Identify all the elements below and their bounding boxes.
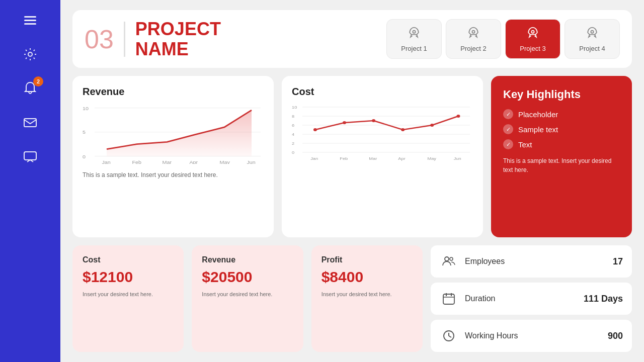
mail-icon[interactable]: [22, 115, 38, 131]
svg-text:10: 10: [83, 106, 89, 111]
tab-project-2[interactable]: Project 2: [446, 19, 501, 59]
svg-text:Mar: Mar: [369, 156, 377, 161]
rocket-icon-2: [466, 26, 480, 42]
highlights-card: Key Highlights ✓ Placeholder ✓ Sample te…: [491, 76, 632, 237]
svg-text:Apr: Apr: [398, 156, 406, 161]
highlights-description: This is a sample text. Insert your desir…: [503, 156, 620, 174]
svg-point-6: [413, 31, 415, 33]
tab-label-2: Project 2: [460, 45, 486, 52]
svg-point-48: [450, 257, 453, 260]
metric-duration: Duration 111 Days: [431, 283, 632, 315]
highlight-item-3: ✓ Text: [503, 139, 620, 149]
sidebar: 2: [0, 0, 60, 362]
svg-text:Feb: Feb: [132, 160, 141, 164]
svg-text:5: 5: [83, 130, 86, 135]
stat-label-cost: Cost: [83, 255, 174, 264]
revenue-chart-card: Revenue 10 5 0: [72, 76, 274, 237]
metric-employees: Employees 17: [431, 245, 632, 278]
metric-value-duration: 111 Days: [584, 294, 623, 304]
rocket-icon-1: [407, 26, 421, 42]
stat-value-profit: $8400: [321, 268, 413, 286]
chat-icon[interactable]: [22, 149, 38, 165]
svg-point-8: [531, 31, 534, 33]
svg-text:May: May: [427, 156, 436, 161]
svg-text:0: 0: [83, 154, 86, 159]
cost-chart-svg: 10 8 6 4 2 0: [292, 104, 473, 164]
tab-project-4[interactable]: Project 4: [565, 19, 620, 59]
svg-text:6: 6: [292, 123, 294, 128]
stat-label-revenue: Revenue: [202, 255, 293, 264]
stat-value-revenue: $20500: [202, 268, 293, 286]
svg-text:Feb: Feb: [340, 156, 348, 161]
svg-point-39: [430, 124, 434, 127]
bell-icon[interactable]: 2: [22, 80, 38, 97]
svg-marker-16: [107, 110, 252, 156]
rocket-icon-4: [585, 26, 599, 42]
metric-name-hours: Working Hours: [465, 331, 601, 340]
svg-line-55: [449, 336, 451, 337]
project-number: 03: [85, 26, 114, 52]
revenue-chart-svg: 10 5 0 Jan F: [83, 104, 264, 164]
check-icon-2: ✓: [503, 124, 513, 134]
svg-text:Apr: Apr: [189, 160, 198, 164]
metrics-panel: Employees 17 Duration 111 Days: [431, 245, 632, 352]
tab-project-1[interactable]: Project 1: [386, 19, 442, 59]
svg-point-35: [313, 128, 317, 131]
project-info: 03 PROJECT NAME: [85, 19, 221, 59]
svg-text:0: 0: [292, 150, 294, 155]
stat-card-cost: Cost $12100 Insert your desired text her…: [72, 245, 184, 352]
svg-point-47: [445, 257, 449, 261]
settings-icon[interactable]: [22, 46, 38, 62]
check-icon-3: ✓: [503, 139, 513, 149]
tab-label-1: Project 1: [401, 45, 427, 52]
highlight-item-1: ✓ Placeholder: [503, 109, 620, 119]
revenue-description: This is a sample text. Insert your desir…: [83, 171, 264, 179]
check-icon-1: ✓: [503, 109, 513, 119]
metric-name-employees: Employees: [465, 257, 606, 266]
cost-chart-card: Cost 10 8 6 4 2 0: [282, 76, 483, 237]
svg-rect-5: [24, 152, 36, 160]
svg-text:10: 10: [292, 105, 297, 110]
svg-point-36: [343, 121, 346, 124]
svg-point-3: [28, 52, 32, 56]
stat-card-profit: Profit $8400 Insert your desired text he…: [311, 245, 423, 352]
metric-value-employees: 17: [613, 256, 623, 267]
tab-label-4: Project 4: [579, 45, 605, 52]
stat-label-profit: Profit: [321, 255, 413, 264]
svg-point-40: [456, 115, 460, 118]
calendar-icon: [440, 290, 458, 308]
cost-title: Cost: [292, 86, 473, 98]
svg-rect-4: [24, 119, 36, 127]
people-icon: [440, 252, 458, 270]
svg-point-38: [401, 128, 405, 131]
svg-text:8: 8: [292, 114, 294, 119]
svg-rect-0: [24, 16, 36, 18]
stat-desc-profit: Insert your desired text here.: [321, 291, 413, 298]
menu-icon[interactable]: [22, 12, 38, 28]
svg-rect-1: [24, 20, 36, 21]
metric-value-hours: 900: [608, 331, 623, 341]
stat-value-cost: $12100: [83, 268, 174, 286]
middle-row: Revenue 10 5 0: [72, 76, 632, 237]
svg-point-9: [591, 31, 593, 33]
rocket-icon-3: [526, 26, 540, 42]
svg-text:Jun: Jun: [454, 156, 461, 161]
svg-text:Jun: Jun: [247, 160, 256, 164]
svg-point-37: [372, 119, 375, 122]
stat-card-revenue: Revenue $20500 Insert your desired text …: [192, 245, 303, 352]
tab-project-3[interactable]: Project 3: [505, 19, 560, 59]
metric-name-duration: Duration: [465, 294, 577, 303]
project-tabs: Project 1 Project 2: [386, 19, 620, 59]
stat-desc-revenue: Insert your desired text here.: [202, 291, 293, 298]
svg-point-7: [472, 31, 474, 33]
highlight-item-2: ✓ Sample text: [503, 124, 620, 134]
main-content: 03 PROJECT NAME Project 1: [60, 0, 644, 362]
svg-text:Jan: Jan: [102, 160, 111, 164]
vertical-divider: [124, 22, 125, 57]
metric-working-hours: Working Hours 900: [431, 320, 632, 352]
svg-rect-49: [443, 294, 454, 304]
bottom-row: Cost $12100 Insert your desired text her…: [72, 245, 632, 352]
svg-text:Mar: Mar: [162, 160, 172, 164]
svg-text:2: 2: [292, 141, 294, 146]
svg-text:4: 4: [292, 132, 294, 137]
